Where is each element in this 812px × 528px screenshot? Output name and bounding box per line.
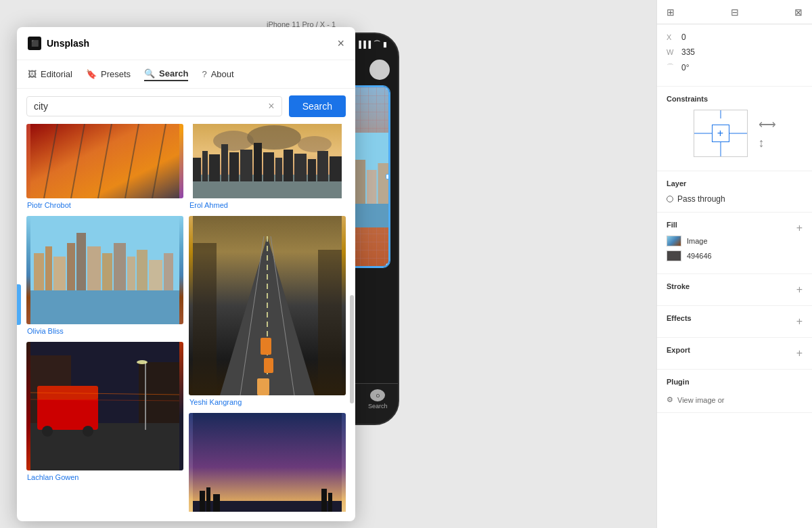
signal-icon: ▐▐▐ [357,41,371,48]
x-row: X 0 [667,32,803,42]
handle-br[interactable] [386,263,390,267]
photo-aerial-city[interactable]: Piotr Chrobot [26,124,183,211]
effects-add-button[interactable]: + [796,315,803,328]
unsplash-scrollbar[interactable] [350,239,354,521]
x-value: 0 [681,32,686,42]
svg-rect-57 [202,151,208,181]
status-icons: ▐▐▐ ⌒ ▮ [357,39,387,49]
search-button[interactable]: Search [289,95,346,117]
tab-search-label: Search [368,403,388,410]
unsplash-close-button[interactable]: × [337,37,344,49]
plugin-gear-icon: ⚙ [667,395,673,404]
svg-rect-31 [76,233,86,290]
right-panel: ⊞ ⊟ ⊠ X 0 W 335 ⌒ 0° Constraints [656,0,812,528]
constraint-stretch-h[interactable]: ⟷ [759,117,776,132]
photo-author-olivia[interactable]: Olivia Bliss [26,327,64,335]
nav-about[interactable]: ? About [202,68,233,81]
svg-rect-77 [257,378,269,395]
w-value: 335 [681,47,695,57]
tab-search[interactable]: ○ Search [368,389,388,410]
x-label: X [667,33,677,41]
svg-rect-28 [45,246,52,290]
london-bus-svg [26,342,183,470]
highway-image [189,216,346,395]
constraint-stretch-v[interactable]: ↕ [759,136,776,150]
photo-author-yeshi[interactable]: Yeshi Kangrang [189,398,242,406]
stroke-header: Stroke + [667,282,803,297]
london-bus-image [26,342,183,470]
layer-section: Layer Pass through [657,171,812,213]
photo-author-erol[interactable]: Erol Ahmed [189,201,228,209]
photo-purple[interactable] [189,413,346,512]
manhattan-image [26,216,183,324]
photo-highway[interactable]: Yeshi Kangrang [189,216,346,408]
photo-london-bus[interactable]: Lachlan Gowen [26,342,183,483]
plugin-link[interactable]: View image or [677,396,725,404]
svg-rect-40 [30,423,179,470]
svg-rect-33 [102,253,112,290]
svg-rect-43 [37,396,98,430]
nav-about-label: About [211,69,234,79]
layer-mode: Pass through [677,194,725,204]
photo-erol[interactable]: Erol Ahmed [189,124,346,211]
svg-rect-37 [149,260,162,290]
constraints-visual: ⟷ ↕ [667,110,803,157]
battery-icon: ▮ [383,41,387,48]
nav-editorial[interactable]: 🖼 Editorial [28,68,72,81]
constraints-line-right [729,133,747,134]
fill-add-button[interactable]: + [796,222,803,234]
constraints-center [712,125,729,142]
svg-point-55 [298,136,332,152]
plugin-header: Plugin [667,378,803,393]
photo-col-left: Piotr Chrobot [26,124,183,512]
fill-image-row: Image [667,236,803,246]
svg-rect-79 [318,250,342,395]
svg-point-46 [83,426,93,437]
angle-label: ⌒ [667,62,677,72]
handle-mr[interactable] [386,174,390,179]
aerial-city-image [26,124,183,198]
svg-rect-36 [137,250,148,290]
stroke-section: Stroke + [657,274,812,306]
svg-rect-29 [53,257,66,290]
svg-rect-82 [200,491,205,512]
purple-image [189,413,346,512]
svg-rect-34 [114,243,126,290]
manhattan-svg [26,216,183,324]
search-tab-icon: ○ [370,389,385,401]
svg-rect-60 [229,152,239,181]
search-input-wrapper: × [26,96,282,116]
svg-rect-58 [209,154,220,181]
nav-presets-label: Presets [101,69,131,79]
stroke-add-button[interactable]: + [796,284,803,296]
photo-author-lachlan[interactable]: Lachlan Gowen [26,473,78,481]
export-header: Export + [667,346,803,361]
svg-rect-75 [261,338,271,355]
svg-rect-66 [294,154,307,181]
align-left-icon[interactable]: ⊞ [667,7,675,18]
search-clear-button[interactable]: × [268,101,274,112]
svg-rect-32 [87,246,101,290]
photo-author-piotr[interactable]: Piotr Chrobot [26,201,71,209]
unsplash-logo: ⬛ Unsplash [28,37,89,50]
align-right-icon[interactable]: ⊠ [794,7,803,18]
effects-section: Effects + [657,306,812,338]
fill-color-value: 494646 [687,252,712,260]
fill-title: Fill [667,221,677,229]
search-input[interactable] [34,101,268,112]
nav-presets[interactable]: 🔖 Presets [86,68,131,81]
angle-value: 0° [681,63,689,72]
align-center-icon[interactable]: ⊟ [731,7,739,18]
fill-type-label: Image [687,237,708,245]
fill-image-swatch[interactable] [667,236,681,246]
unsplash-nav: 🖼 Editorial 🔖 Presets 🔍 Search ? About [17,60,355,89]
effects-title: Effects [667,314,692,322]
svg-rect-68 [317,151,328,181]
export-add-button[interactable]: + [796,347,803,359]
nav-search[interactable]: 🔍 Search [144,67,188,81]
unsplash-header: ⬛ Unsplash × [17,27,355,60]
constraints-line-left [694,133,713,134]
fill-color-swatch[interactable] [667,250,681,261]
photo-manhattan[interactable]: Olivia Bliss [26,216,183,336]
svg-rect-26 [30,290,179,324]
